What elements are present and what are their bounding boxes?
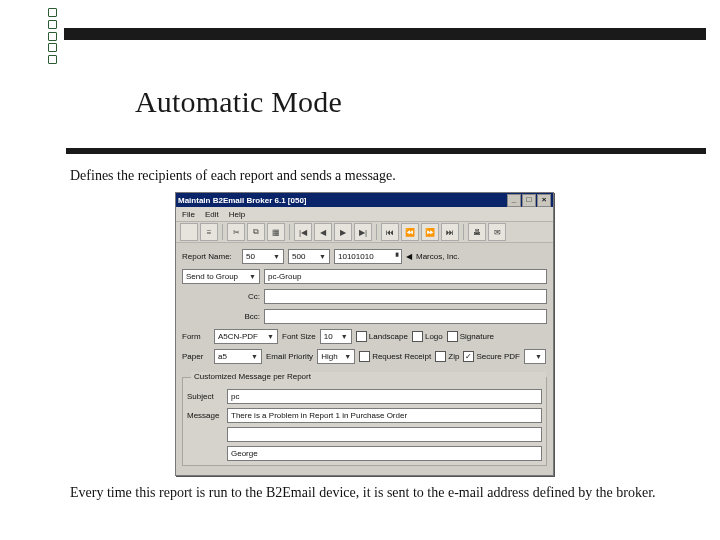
cut-icon[interactable]: ✂ <box>227 223 245 241</box>
new-icon[interactable] <box>180 223 198 241</box>
label-bcc: Bcc: <box>182 312 260 321</box>
window-titlebar: Maintain B2Email Broker 6.1 [050] _ □ × <box>176 193 553 207</box>
top-divider <box>64 28 706 40</box>
paper-combo[interactable]: a5▼ <box>214 349 262 364</box>
slide-bullets <box>46 8 58 64</box>
slide-title: Automatic Mode <box>135 85 342 119</box>
label-zip: Zip <box>448 352 459 361</box>
description-top: Defines the recipients of each report an… <box>70 168 396 184</box>
nav-prev2-icon[interactable]: ⏪ <box>401 223 419 241</box>
label-subject: Subject <box>187 392 223 401</box>
description-bottom: Every time this report is run to the B2E… <box>70 484 700 502</box>
bullet-icon <box>48 32 57 41</box>
nav-last-icon[interactable]: ▶| <box>354 223 372 241</box>
print-icon[interactable]: 🖶 <box>468 223 486 241</box>
label-logo: Logo <box>425 332 443 341</box>
customized-message-group: Customized Message per Report Subject pc… <box>182 377 547 466</box>
label-landscape: Landscape <box>369 332 408 341</box>
send-to-group-input[interactable]: pc-Group <box>264 269 547 284</box>
group-title: Customized Message per Report <box>191 372 546 381</box>
label-signature: Signature <box>460 332 494 341</box>
nav-first2-icon[interactable]: ⏮ <box>381 223 399 241</box>
zip-checkbox[interactable] <box>435 351 446 362</box>
copy-icon[interactable]: ⧉ <box>247 223 265 241</box>
bullet-icon <box>48 8 57 17</box>
nav-next2-icon[interactable]: ⏩ <box>421 223 439 241</box>
bcc-input[interactable] <box>264 309 547 324</box>
report-batch-combo[interactable]: 500▼ <box>288 249 330 264</box>
window-title: Maintain B2Email Broker 6.1 [050] <box>178 196 307 205</box>
signature-checkbox[interactable] <box>447 331 458 342</box>
nav-first-icon[interactable]: |◀ <box>294 223 312 241</box>
logo-checkbox[interactable] <box>412 331 423 342</box>
mail-icon[interactable]: ✉ <box>488 223 506 241</box>
label-request-receipt: Request Receipt <box>372 352 431 361</box>
label-message: Message <box>187 411 223 420</box>
menu-help[interactable]: Help <box>229 210 245 219</box>
landscape-checkbox[interactable] <box>356 331 367 342</box>
label-report-name: Report Name: <box>182 252 238 261</box>
label-form: Form <box>182 332 210 341</box>
label-paper: Paper <box>182 352 210 361</box>
window-client: Report Name: 50▼ 500▼ 10101010▝ ◀ Marcos… <box>176 243 553 472</box>
nav-prev-icon[interactable]: ◀ <box>314 223 332 241</box>
priority-combo[interactable]: High▼ <box>317 349 355 364</box>
menu-bar: File Edit Help <box>176 207 553 222</box>
fontsize-combo[interactable]: 10▼ <box>320 329 352 344</box>
menu-edit[interactable]: Edit <box>205 210 219 219</box>
report-num-input[interactable]: 10101010▝ <box>334 249 402 264</box>
nav-back-icon[interactable]: ◀ <box>406 252 412 261</box>
mid-divider <box>66 148 706 154</box>
send-to-group-combo[interactable]: Send to Group▼ <box>182 269 260 284</box>
secure-pdf-checkbox[interactable]: ✓ <box>463 351 474 362</box>
cc-input[interactable] <box>264 289 547 304</box>
bullet-icon <box>48 43 57 52</box>
body-line2[interactable] <box>227 427 542 442</box>
customer-name: Marcos, Inc. <box>416 252 460 261</box>
label-secure-pdf: Secure PDF <box>476 352 520 361</box>
body-line3[interactable]: George <box>227 446 542 461</box>
report-code-combo[interactable]: 50▼ <box>242 249 284 264</box>
secure-pdf-combo[interactable]: ▼ <box>524 349 546 364</box>
close-button[interactable]: × <box>537 194 551 207</box>
app-window: Maintain B2Email Broker 6.1 [050] _ □ × … <box>175 192 554 476</box>
bullet-icon <box>48 55 57 64</box>
menu-file[interactable]: File <box>182 210 195 219</box>
paste-icon[interactable]: ▦ <box>267 223 285 241</box>
minimize-button[interactable]: _ <box>507 194 521 207</box>
body-line1[interactable]: There is a Problem in Report 1 in Purcha… <box>227 408 542 423</box>
toolbar: ≡ ✂ ⧉ ▦ |◀ ◀ ▶ ▶| ⏮ ⏪ ⏩ ⏭ 🖶 ✉ <box>176 222 553 243</box>
bullet-icon <box>48 20 57 29</box>
subject-input[interactable]: pc <box>227 389 542 404</box>
label-fontsize: Font Size <box>282 332 316 341</box>
label-email-priority: Email Priority <box>266 352 313 361</box>
maximize-button[interactable]: □ <box>522 194 536 207</box>
nav-last2-icon[interactable]: ⏭ <box>441 223 459 241</box>
nav-next-icon[interactable]: ▶ <box>334 223 352 241</box>
open-icon[interactable]: ≡ <box>200 223 218 241</box>
request-receipt-checkbox[interactable] <box>359 351 370 362</box>
label-cc: Cc: <box>182 292 260 301</box>
form-combo[interactable]: A5CN-PDF▼ <box>214 329 278 344</box>
